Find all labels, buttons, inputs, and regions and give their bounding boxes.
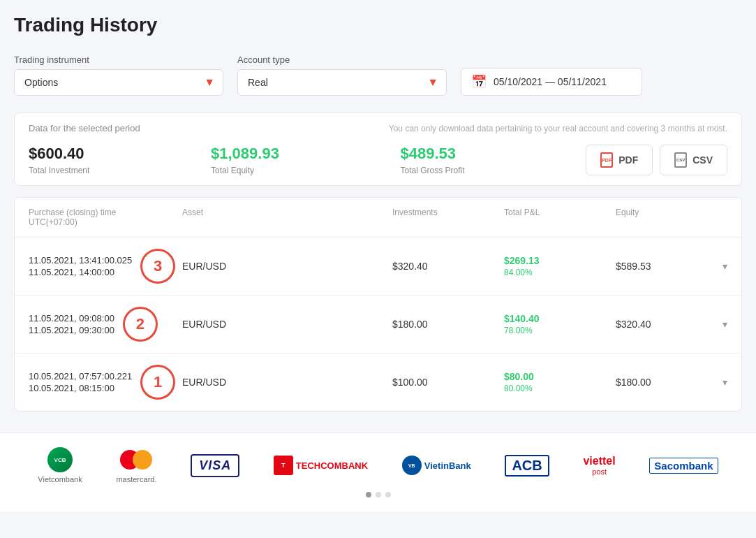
pnl-value-3: $80.00 xyxy=(504,371,616,382)
page-title: Trading History xyxy=(14,14,742,36)
pdf-export-button[interactable]: PDF PDF xyxy=(586,145,653,175)
date-picker[interactable]: 📅 05/10/2021 — 05/11/2021 xyxy=(461,68,642,96)
time-main-3: 10.05.2021, 07:57:00.221 xyxy=(29,371,132,381)
asset-2: EUR/USD xyxy=(182,319,392,330)
asset-3: EUR/USD xyxy=(182,377,392,388)
dot-2[interactable] xyxy=(376,492,381,497)
equity-value-1: $589.53 xyxy=(616,261,651,272)
investment-2: $180.00 xyxy=(392,319,504,330)
time-cell-1: 11.05.2021, 13:41:00.025 11.05.2021, 14:… xyxy=(29,249,182,284)
vietcombank-logo: VCB Vietcombank xyxy=(38,447,82,484)
mastercard-logo: mastercard. xyxy=(116,447,156,484)
table-row[interactable]: 11.05.2021, 13:41:00.025 11.05.2021, 14:… xyxy=(15,238,741,296)
badge-3: 3 xyxy=(140,249,175,284)
instrument-select[interactable]: Options xyxy=(14,69,223,96)
equity-value-3: $180.00 xyxy=(616,377,651,388)
investment-3: $100.00 xyxy=(392,377,504,388)
filters-row: Trading instrument Options ▼ Account typ… xyxy=(14,53,742,96)
total-equity-block: $1,089.93 Total Equity xyxy=(211,145,279,175)
vietcombank-name: Vietcombank xyxy=(38,475,82,484)
dot-1[interactable] xyxy=(366,492,371,497)
time-sub-2: 11.05.2021, 09:30:00 xyxy=(29,325,114,335)
col-equity-header: Equity xyxy=(616,208,727,227)
dot-3[interactable] xyxy=(385,492,391,497)
vib-icon: VB xyxy=(402,456,422,475)
download-note: You can only download data pertaining to… xyxy=(389,124,727,133)
equity-cell-2: $320.40 ▾ xyxy=(616,319,727,330)
trading-table: Purchase (closing) timeUTC(+07:00) Asset… xyxy=(14,197,742,412)
vietinbank-logo: VB VietinBank xyxy=(402,453,471,478)
instrument-filter: Trading instrument Options ▼ xyxy=(14,54,223,96)
pnl-cell-2: $140.40 78.00% xyxy=(504,313,616,335)
mc-orange-circle xyxy=(133,450,152,470)
info-bar-top: Data for the selected period You can onl… xyxy=(29,123,727,133)
carousel-dots xyxy=(28,492,728,497)
csv-icon: CSV xyxy=(674,152,687,168)
equity-cell-3: $180.00 ▾ xyxy=(616,377,727,388)
tcb-icon: T xyxy=(274,456,293,475)
time-texts-2: 11.05.2021, 09:08:00 11.05.2021, 09:30:0… xyxy=(29,313,114,335)
visa-logo: VISA xyxy=(191,453,239,478)
time-main-2: 11.05.2021, 09:08:00 xyxy=(29,313,114,323)
account-select[interactable]: Real xyxy=(237,69,447,96)
vcb-icon: VCB xyxy=(47,447,73,472)
mastercard-name: mastercard. xyxy=(116,475,156,484)
equity-cell-1: $589.53 ▾ xyxy=(616,261,727,272)
col-time-header: Purchase (closing) timeUTC(+07:00) xyxy=(29,208,182,227)
tcb-text: TECHCOMBANK xyxy=(296,460,368,471)
pdf-label: PDF xyxy=(618,154,638,166)
pnl-pct-2: 78.00% xyxy=(504,326,616,335)
techcombank-logo: T TECHCOMBANK xyxy=(274,453,368,478)
row-expand-2[interactable]: ▾ xyxy=(722,319,727,330)
sacombank-text: Sacombank xyxy=(649,458,718,474)
pnl-cell-3: $80.00 80.00% xyxy=(504,371,616,393)
csv-label: CSV xyxy=(692,154,713,166)
equity-value-2: $320.40 xyxy=(616,319,651,330)
export-buttons: PDF PDF CSV CSV xyxy=(586,145,727,175)
total-profit-value: $489.53 xyxy=(401,145,465,163)
time-cell-2: 11.05.2021, 09:08:00 11.05.2021, 09:30:0… xyxy=(29,307,182,342)
pnl-pct-3: 80.00% xyxy=(504,384,616,393)
time-texts-3: 10.05.2021, 07:57:00.221 10.05.2021, 08:… xyxy=(29,371,132,393)
row-expand-1[interactable]: ▾ xyxy=(722,261,727,272)
row-expand-3[interactable]: ▾ xyxy=(722,377,727,388)
time-cell-3: 10.05.2021, 07:57:00.221 10.05.2021, 08:… xyxy=(29,365,182,400)
payment-logos: VCB Vietcombank mastercard. VISA xyxy=(28,447,728,484)
col-investments-header: Investments xyxy=(392,208,504,227)
table-row[interactable]: 10.05.2021, 07:57:00.221 10.05.2021, 08:… xyxy=(15,354,741,411)
account-label: Account type xyxy=(237,54,447,65)
period-label: Data for the selected period xyxy=(29,123,140,133)
sacombank-logo: Sacombank xyxy=(649,453,718,478)
pnl-pct-1: 84.00% xyxy=(504,268,616,277)
time-main-1: 11.05.2021, 13:41:00.025 xyxy=(29,255,132,266)
stats-row: $600.40 Total Investment $1,089.93 Total… xyxy=(29,145,727,175)
table-row[interactable]: 11.05.2021, 09:08:00 11.05.2021, 09:30:0… xyxy=(15,296,741,354)
csv-export-button[interactable]: CSV CSV xyxy=(660,145,727,175)
instrument-select-wrapper: Options ▼ xyxy=(14,69,223,96)
vib-text: VietinBank xyxy=(424,460,471,471)
total-investment-block: $600.40 Total Investment xyxy=(29,145,89,175)
date-filter: 📅 05/10/2021 — 05/11/2021 xyxy=(461,53,642,96)
total-investment-label: Total Investment xyxy=(29,166,89,175)
viettel-logo: viettel post xyxy=(583,453,615,478)
time-texts-1: 11.05.2021, 13:41:00.025 11.05.2021, 14:… xyxy=(29,255,132,277)
pnl-cell-1: $269.13 84.00% xyxy=(504,255,616,277)
acb-logo: ACB xyxy=(505,453,549,478)
asset-1: EUR/USD xyxy=(182,261,392,272)
acb-text: ACB xyxy=(505,455,549,477)
pdf-icon: PDF xyxy=(600,152,613,168)
visa-text: VISA xyxy=(191,454,239,477)
pnl-value-1: $269.13 xyxy=(504,255,616,266)
investment-1: $320.40 xyxy=(392,261,504,272)
col-asset-header: Asset xyxy=(182,208,392,227)
total-equity-value: $1,089.93 xyxy=(211,145,279,163)
viettel-text: viettel xyxy=(583,455,615,467)
footer: VCB Vietcombank mastercard. VISA xyxy=(0,432,756,511)
total-profit-label: Total Gross Profit xyxy=(401,166,465,175)
badge-2: 2 xyxy=(123,307,158,342)
info-bar: Data for the selected period You can onl… xyxy=(14,112,742,186)
total-equity-label: Total Equity xyxy=(211,166,279,175)
instrument-label: Trading instrument xyxy=(14,54,223,65)
total-investment-value: $600.40 xyxy=(29,145,89,163)
badge-1: 1 xyxy=(140,365,175,400)
